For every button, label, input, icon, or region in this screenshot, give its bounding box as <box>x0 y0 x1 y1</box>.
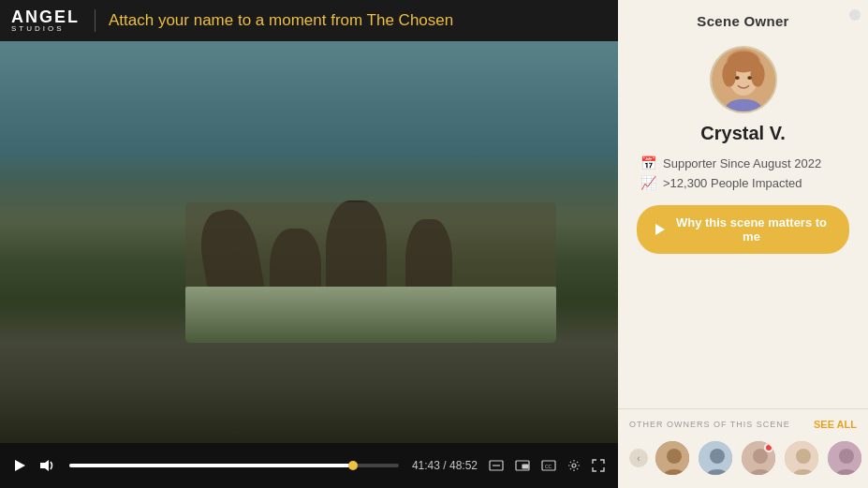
video-controls: 41:43 / 48:52 CC <box>0 443 618 488</box>
scene-owner-title: Scene Owner <box>618 0 868 38</box>
net-area <box>185 202 556 343</box>
notification-dot <box>764 443 773 452</box>
svg-point-19 <box>667 449 682 464</box>
fullscreen-button[interactable] <box>590 457 607 474</box>
chart-icon: 📈 <box>640 175 656 190</box>
owner-thumb-5[interactable] <box>826 439 863 477</box>
time-display: 41:43 / 48:52 <box>412 459 478 472</box>
why-button[interactable]: Why this scene matters to me <box>637 205 849 254</box>
owner-thumb-2[interactable] <box>697 439 734 477</box>
supporter-text: Supporter Since August 2022 <box>663 156 821 170</box>
other-owners-label: OTHER OWNERS OF THIS SCENE <box>629 420 790 429</box>
impact-text: >12,300 People Impacted <box>663 176 802 190</box>
svg-text:CC: CC <box>545 464 552 469</box>
progress-bar[interactable] <box>69 464 399 467</box>
video-header: ANGEL STUDIOS Attach your name to a mome… <box>0 0 618 41</box>
volume-button[interactable] <box>37 457 56 474</box>
other-owners-header: OTHER OWNERS OF THIS SCENE SEE ALL <box>629 419 857 430</box>
logo-divider <box>95 9 96 32</box>
logo-area: ANGEL STUDIOS <box>11 8 80 33</box>
video-scene <box>0 41 618 443</box>
divider-space <box>618 267 868 408</box>
play-icon <box>655 224 665 235</box>
why-button-label: Why this scene matters to me <box>672 215 831 244</box>
svg-point-13 <box>722 62 736 86</box>
header-title: Attach your name to a moment from The Ch… <box>109 11 453 30</box>
owners-avatars: ‹ <box>629 439 857 477</box>
svg-point-31 <box>839 449 854 464</box>
fish-pile <box>185 287 556 343</box>
svg-marker-1 <box>40 460 49 471</box>
owner-thumb-1[interactable] <box>654 439 691 477</box>
captions-button[interactable]: CC <box>539 458 558 473</box>
other-owners-section: OTHER OWNERS OF THIS SCENE SEE ALL ‹ <box>618 408 868 488</box>
impact-stat: 📈 >12,300 People Impacted <box>640 175 846 190</box>
owner-thumb-3-wrap <box>740 439 777 477</box>
screen-size-button[interactable] <box>487 458 506 473</box>
owner-avatar <box>710 46 777 113</box>
play-button[interactable] <box>11 457 28 474</box>
calendar-icon: 📅 <box>640 155 656 170</box>
settings-button[interactable] <box>566 457 582 474</box>
svg-point-22 <box>710 449 725 464</box>
progress-fill <box>69 464 353 467</box>
svg-rect-5 <box>522 465 528 468</box>
video-container[interactable] <box>0 41 618 443</box>
owner-thumb-4[interactable] <box>783 439 820 477</box>
owner-thumb-3[interactable] <box>740 439 777 477</box>
svg-point-28 <box>796 449 811 464</box>
owner-name: Crystal V. <box>700 123 785 144</box>
svg-point-16 <box>747 76 752 80</box>
supporter-stat: 📅 Supporter Since August 2022 <box>640 155 846 170</box>
owner-thumb-2-wrap <box>697 439 734 477</box>
ctrl-icons-right: CC <box>487 457 607 474</box>
svg-marker-0 <box>15 460 25 471</box>
progress-thumb <box>348 461 358 470</box>
pip-button[interactable] <box>513 458 532 473</box>
video-scene-placeholder <box>0 41 618 443</box>
prev-arrow[interactable]: ‹ <box>629 449 648 467</box>
svg-point-8 <box>572 464 576 467</box>
owner-card: Crystal V. 📅 Supporter Since August 2022… <box>618 38 868 267</box>
owner-stats: 📅 Supporter Since August 2022 📈 >12,300 … <box>637 155 849 190</box>
svg-point-14 <box>750 62 764 86</box>
corner-dot <box>849 9 861 21</box>
right-panel: Scene Owner <box>618 0 868 488</box>
logo-studios: STUDIOS <box>11 25 80 33</box>
svg-point-15 <box>735 76 740 80</box>
see-all-link[interactable]: SEE ALL <box>814 419 857 430</box>
logo-angel: ANGEL <box>11 8 80 25</box>
scene-owner-section: Scene Owner <box>618 0 868 267</box>
video-panel: ANGEL STUDIOS Attach your name to a mome… <box>0 0 618 488</box>
